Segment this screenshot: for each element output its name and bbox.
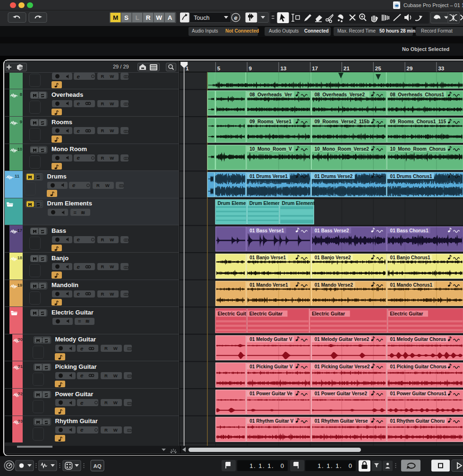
svg-text:09_Rooms_Verse1: 09_Rooms_Verse1 xyxy=(249,119,292,124)
svg-text:09_Rooms_Chorus1_115: 09_Rooms_Chorus1_115 xyxy=(390,119,446,124)
svg-text:01 Drums Chorus1: 01 Drums Chorus1 xyxy=(390,174,432,179)
svg-text:01 Banjo Verse1: 01 Banjo Verse1 xyxy=(249,255,286,260)
svg-text:5: 5 xyxy=(217,66,221,71)
svg-text:01 Drums Verse1: 01 Drums Verse1 xyxy=(249,174,288,179)
svg-text:13: 13 xyxy=(280,66,286,71)
svg-text:1: 1 xyxy=(186,66,189,71)
svg-text:01 Banjo Verse2: 01 Banjo Verse2 xyxy=(315,255,351,260)
svg-text:1. 1. 1.: 1. 1. 1. xyxy=(249,462,274,469)
svg-text:08_Overheads_Verse2_: 08_Overheads_Verse2_ xyxy=(315,92,368,97)
svg-text:01 Picking Guitar Chorus: 01 Picking Guitar Chorus xyxy=(390,364,447,369)
svg-text:01 Banjo Chorus1: 01 Banjo Chorus1 xyxy=(390,255,430,260)
svg-text:17: 17 xyxy=(312,66,318,71)
svg-text:01 Rhythm Guitar Verse: 01 Rhythm Guitar Verse xyxy=(315,418,368,424)
svg-text:01 Melody Guitar V: 01 Melody Guitar V xyxy=(249,337,292,342)
svg-text:01 Rhythm Guitar Choru: 01 Rhythm Guitar Choru xyxy=(390,418,445,424)
svg-text:1. 1. 1.: 1. 1. 1. xyxy=(317,462,342,469)
svg-text:01 Rhythm Guitar V: 01 Rhythm Guitar V xyxy=(249,418,293,424)
svg-text:10_Mono_Room_Chorus: 10_Mono_Room_Chorus xyxy=(390,146,446,152)
svg-text:29: 29 xyxy=(407,66,413,71)
svg-text:01 Mando Verse1: 01 Mando Verse1 xyxy=(249,282,288,288)
svg-text:33: 33 xyxy=(438,66,444,71)
svg-text:21: 21 xyxy=(343,66,350,71)
svg-text:Drum Element: Drum Element xyxy=(282,201,315,206)
svg-text:01 Mando Verse2: 01 Mando Verse2 xyxy=(315,282,353,288)
svg-text:01 Melody Guitar Chorus: 01 Melody Guitar Chorus xyxy=(390,337,446,342)
svg-text:0: 0 xyxy=(281,462,284,469)
svg-text:Electric Guitar: Electric Guitar xyxy=(312,311,345,316)
svg-text:9: 9 xyxy=(249,66,252,71)
svg-text:Drum Elemen: Drum Elemen xyxy=(249,201,281,206)
svg-text:Drum Eleme: Drum Eleme xyxy=(217,201,246,206)
svg-text:Electric Guitar: Electric Guitar xyxy=(390,311,423,316)
svg-text:01 Power Guitar Chorus1: 01 Power Guitar Chorus1 xyxy=(390,391,447,396)
svg-text:Electric Guit: Electric Guit xyxy=(217,311,246,316)
svg-text:01 Bass Chorus1: 01 Bass Chorus1 xyxy=(390,228,429,233)
svg-text:08_Overheads_Ver: 08_Overheads_Ver xyxy=(249,92,292,97)
svg-text:Electric Guitar: Electric Guitar xyxy=(249,311,283,316)
svg-text:09_Rooms_Verse2_115b: 09_Rooms_Verse2_115b xyxy=(315,119,369,124)
svg-text:01 Melody Guitar Verse2: 01 Melody Guitar Verse2 xyxy=(315,337,369,342)
svg-text:01 Picking Guitar Verse2: 01 Picking Guitar Verse2 xyxy=(315,364,370,369)
svg-text:01 Bass Verse2: 01 Bass Verse2 xyxy=(315,228,349,233)
svg-text:01 Mando Chorus1: 01 Mando Chorus1 xyxy=(390,282,433,288)
svg-text:01 Power Guitar Verse2: 01 Power Guitar Verse2 xyxy=(315,391,368,396)
svg-text:01 Drums Verse2: 01 Drums Verse2 xyxy=(315,174,353,179)
svg-text:10_Mono_Room_Verse2: 10_Mono_Room_Verse2 xyxy=(315,146,369,152)
svg-text:10_Mono_Room_V: 10_Mono_Room_V xyxy=(249,146,292,152)
svg-text:01 Power Guitar Ve: 01 Power Guitar Ve xyxy=(249,391,292,396)
svg-text:01 Bass Verse1: 01 Bass Verse1 xyxy=(249,228,284,233)
svg-text:0: 0 xyxy=(349,462,352,469)
svg-text:08_Overheads_Chorus1: 08_Overheads_Chorus1 xyxy=(390,92,445,97)
svg-text:01 Picking Guitar V: 01 Picking Guitar V xyxy=(249,364,292,369)
svg-text:AQ: AQ xyxy=(93,463,101,469)
svg-text:25: 25 xyxy=(375,66,381,71)
